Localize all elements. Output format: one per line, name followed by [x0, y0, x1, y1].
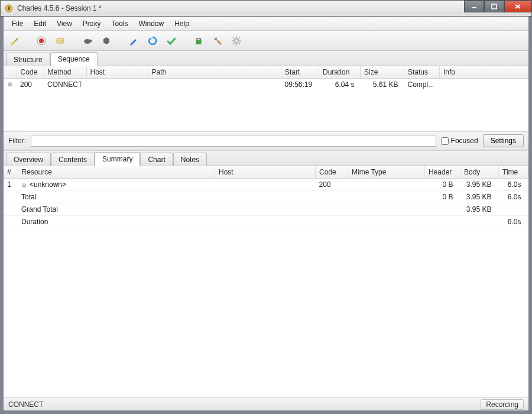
cell-header [425, 216, 460, 228]
tab-contents[interactable]: Contents [51, 153, 95, 166]
svg-rect-3 [492, 4, 497, 9]
cell-path [148, 79, 281, 91]
menu-tools[interactable]: Tools [107, 18, 133, 29]
cell-mime [348, 179, 425, 191]
menu-file[interactable]: File [7, 18, 28, 29]
lock-icon [21, 182, 27, 188]
table-row[interactable]: Duration 6.0s [4, 216, 528, 228]
cell-info [440, 79, 528, 91]
svg-line-25 [233, 37, 234, 38]
cell-header: 0 B [425, 191, 460, 203]
cell-method: CONNECT [44, 79, 86, 91]
menu-edit[interactable]: Edit [29, 18, 51, 29]
cell-icon [4, 79, 17, 91]
summary-header-row: # Resource Host Code Mime Type Header Bo… [4, 166, 528, 179]
svg-point-16 [196, 38, 198, 40]
focused-checkbox-group[interactable]: Focused [441, 137, 478, 145]
col-status[interactable]: Status [404, 66, 440, 79]
tab-notes[interactable]: Notes [173, 153, 207, 166]
top-tabs: Structure Sequence [4, 51, 528, 66]
menu-help[interactable]: Help [170, 18, 194, 29]
focused-checkbox[interactable] [441, 137, 449, 145]
tab-summary[interactable]: Summary [95, 152, 140, 166]
broom-icon[interactable] [7, 34, 21, 48]
svg-point-14 [90, 40, 92, 42]
cell-host [215, 179, 316, 191]
scol-time[interactable]: Time [499, 166, 528, 179]
minimize-button[interactable] [464, 1, 484, 12]
scol-header[interactable]: Header [425, 166, 460, 179]
menu-proxy[interactable]: Proxy [78, 18, 106, 29]
cell-body [460, 216, 499, 228]
tab-structure[interactable]: Structure [6, 53, 50, 66]
svg-rect-29 [8, 83, 12, 86]
menu-window[interactable]: Window [134, 18, 169, 29]
scol-code[interactable]: Code [316, 166, 348, 179]
turtle-icon[interactable] [80, 34, 95, 48]
gear-icon[interactable] [229, 34, 244, 48]
cell-body: 3.95 KB [460, 191, 499, 203]
summary-table[interactable]: # Resource Host Code Mime Type Header Bo… [4, 166, 528, 228]
svg-rect-1 [8, 7, 10, 10]
throttle-icon[interactable] [53, 34, 67, 48]
filter-label: Filter: [8, 137, 26, 145]
col-duration[interactable]: Duration [319, 66, 361, 79]
cell-code: 200 [316, 179, 348, 191]
cell-status: Compl... [404, 79, 440, 91]
statusbar: CONNECT Recording [4, 397, 528, 410]
sequence-table[interactable]: Code Method Host Path Start Duration Siz… [4, 66, 528, 90]
tab-sequence[interactable]: Sequence [50, 52, 98, 66]
basket-icon[interactable] [192, 34, 206, 48]
col-path[interactable]: Path [148, 66, 281, 79]
scol-host[interactable]: Host [215, 166, 316, 179]
toolbar [4, 31, 528, 51]
cell-resource: Total [18, 191, 215, 203]
hex-icon[interactable] [99, 34, 113, 48]
cell-host [86, 79, 148, 91]
tab-chart[interactable]: Chart [140, 153, 173, 166]
cell-duration: 6.04 s [319, 79, 361, 91]
maximize-button[interactable] [484, 1, 504, 12]
check-icon[interactable] [164, 34, 179, 48]
menu-view[interactable]: View [52, 18, 77, 29]
svg-marker-15 [103, 37, 109, 44]
svg-line-4 [515, 5, 520, 8]
col-host[interactable]: Host [86, 66, 148, 79]
svg-point-17 [200, 38, 202, 40]
cell-num: 1 [4, 179, 18, 191]
scol-mime[interactable]: Mime Type [348, 166, 425, 179]
table-row[interactable]: Total 0 B 3.95 KB 6.0s [4, 191, 528, 203]
window-buttons [464, 1, 531, 12]
cell-mime [348, 203, 425, 216]
tools-icon[interactable] [210, 34, 225, 48]
refresh-icon[interactable] [145, 34, 160, 48]
table-row[interactable]: 200 CONNECT 09:56:19 6.04 s 5.61 KB Comp… [4, 79, 528, 91]
scol-num[interactable]: # [4, 166, 18, 179]
scol-body[interactable]: Body [460, 166, 499, 179]
tab-overview[interactable]: Overview [6, 153, 51, 166]
detail-tabs: Overview Contents Summary Chart Notes [4, 151, 528, 166]
record-icon[interactable] [34, 34, 48, 48]
cell-header: 0 B [425, 179, 460, 191]
cell-header [425, 203, 460, 216]
col-size[interactable]: Size [361, 66, 404, 79]
col-start[interactable]: Start [281, 66, 319, 79]
menubar: File Edit View Proxy Tools Window Help [4, 17, 528, 31]
scol-resource[interactable]: Resource [18, 166, 215, 179]
pen-icon[interactable] [126, 34, 141, 48]
cell-mime [348, 191, 425, 203]
col-method[interactable]: Method [44, 66, 86, 79]
filter-input[interactable] [31, 135, 436, 147]
table-row[interactable]: Grand Total 3.95 KB [4, 203, 528, 216]
cell-size: 5.61 KB [361, 79, 404, 91]
settings-button[interactable]: Settings [483, 134, 524, 147]
col-info[interactable]: Info [440, 66, 528, 79]
table-row[interactable]: 1 <unknown> 200 0 B 3.95 KB 6.0s [4, 179, 528, 191]
svg-line-26 [239, 43, 240, 44]
col-icon[interactable] [4, 66, 17, 79]
cell-mime [348, 216, 425, 228]
close-button[interactable] [504, 1, 531, 12]
col-code[interactable]: Code [17, 66, 44, 79]
cell-resource: Grand Total [18, 203, 215, 216]
svg-line-5 [515, 5, 520, 8]
